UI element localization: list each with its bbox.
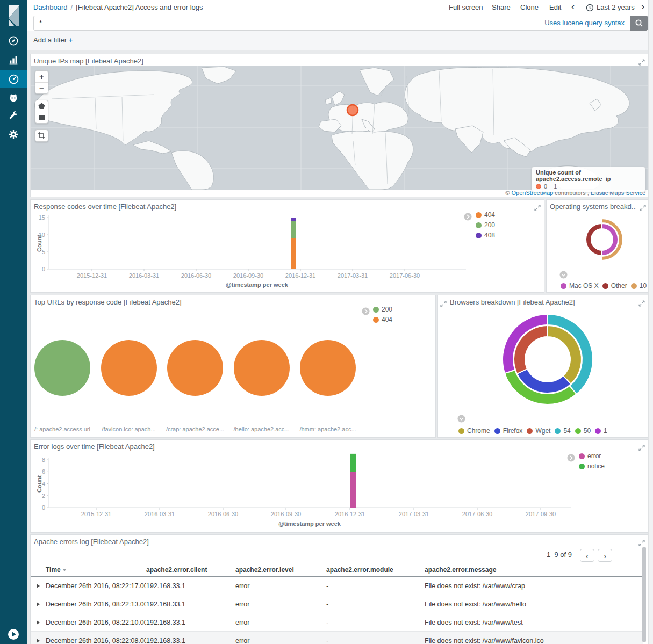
add-filter-button[interactable]: Add a filter + — [33, 36, 73, 44]
pie-hmm-apache2-acc[interactable] — [300, 340, 356, 396]
legend-item-404[interactable]: 404 — [373, 316, 392, 323]
time-range-label[interactable]: Last 2 years — [597, 3, 635, 11]
cell-module: - — [326, 600, 425, 608]
sidebar-item-visualize[interactable] — [0, 52, 27, 69]
legend-item-mac-os-x[interactable]: Mac OS X — [561, 282, 599, 290]
legend-item-200[interactable]: 200 — [373, 306, 392, 313]
legend-item-200[interactable]: 200 — [476, 221, 495, 229]
expand-row-caret[interactable] — [37, 620, 40, 625]
cell-message: File does not exist: /var/www/favicon.ic… — [425, 637, 643, 644]
bar-segment-404[interactable] — [291, 238, 296, 269]
bar-segment-notice[interactable] — [350, 454, 356, 472]
search-button[interactable] — [630, 16, 648, 31]
legend-item-10[interactable]: 10 — [631, 282, 647, 290]
bar-segment-408[interactable] — [291, 218, 296, 221]
time-forward-button[interactable]: › — [641, 1, 644, 12]
column-header-apache2-error-module[interactable]: apache2.error.module — [326, 566, 425, 574]
map-legend-range: 0 – 1 — [544, 183, 557, 190]
lucene-syntax-link[interactable]: Uses lucene query syntax — [544, 19, 625, 27]
sidebar — [0, 0, 27, 644]
legend-item-wget[interactable]: Wget — [527, 427, 550, 435]
pie-crap-apache2-acce[interactable] — [167, 340, 223, 396]
legend-item-error[interactable]: error — [579, 452, 605, 460]
cell-module: - — [326, 637, 425, 644]
map-marker-germany[interactable] — [347, 105, 358, 115]
column-header-apache2-error-message[interactable]: apache2.error.message — [425, 566, 643, 574]
legend-item-1[interactable]: 1 — [595, 427, 607, 435]
polygon-icon — [38, 103, 45, 110]
map-zoom-in-button[interactable]: + — [35, 71, 48, 82]
legend-dot — [555, 428, 561, 434]
expand-row-caret[interactable] — [37, 602, 40, 606]
legend-item-54[interactable]: 54 — [555, 427, 570, 435]
query-bar: * Uses lucene query syntax — [33, 16, 648, 31]
pie-apache2-access-url[interactable] — [34, 340, 90, 396]
x-tick: 2016-09-30 — [271, 511, 301, 517]
sidebar-collapse-button[interactable] — [0, 624, 27, 644]
sidebar-item-timelion[interactable] — [0, 89, 27, 106]
pagination-next-button[interactable]: › — [598, 549, 612, 562]
table-scrollbar-thumb[interactable] — [642, 547, 646, 642]
legend-item-chrome[interactable]: Chrome — [458, 427, 490, 435]
legend-item-notice[interactable]: notice — [579, 462, 605, 470]
column-header-time[interactable]: Time — [46, 566, 146, 574]
map-zoom-out-button[interactable]: − — [35, 82, 48, 93]
legend-toggle-icon[interactable] — [559, 271, 568, 281]
crop-icon — [38, 132, 45, 139]
breadcrumb-dashboard-link[interactable]: Dashboard — [33, 3, 68, 11]
x-tick: 2016-12-31 — [335, 511, 365, 517]
cell-message: File does not exist: /var/www/test — [425, 619, 643, 626]
legend-item-408[interactable]: 408 — [476, 231, 495, 239]
legend-dot — [373, 307, 379, 313]
expand-row-caret[interactable] — [37, 584, 40, 588]
legend-item-404[interactable]: 404 — [476, 211, 495, 219]
x-tick: 2016-06-30 — [181, 272, 211, 279]
legend-dot — [579, 453, 585, 459]
cell-module: - — [326, 619, 425, 626]
map-fit-bounds-button[interactable] — [35, 130, 48, 141]
bar-segment-200[interactable] — [291, 221, 296, 238]
search-input[interactable]: * — [39, 19, 42, 27]
kibana-logo[interactable] — [0, 0, 27, 30]
map-polygon-tool-button[interactable] — [35, 100, 48, 112]
pie-hello-apache2-acc[interactable] — [234, 340, 290, 396]
legend-item-other[interactable]: Other — [602, 282, 627, 290]
edit-button[interactable]: Edit — [549, 3, 561, 11]
map-rectangle-tool-button[interactable] — [35, 112, 48, 123]
bar-segment-error[interactable] — [350, 472, 356, 508]
sidebar-item-discover[interactable] — [0, 32, 27, 49]
column-header-apache2-error-level[interactable]: apache2.error.level — [235, 566, 326, 574]
expand-row-caret[interactable] — [37, 639, 40, 643]
share-button[interactable]: Share — [492, 3, 511, 11]
pagination-prev-button[interactable]: ‹ — [580, 549, 594, 562]
legend-toggle-icon[interactable] — [464, 213, 472, 223]
legend-toggle-icon[interactable] — [567, 454, 575, 464]
sidebar-item-dashboard[interactable] — [0, 70, 27, 88]
legend-item-50[interactable]: 50 — [575, 427, 591, 435]
pie-favicon-ico-apach[interactable] — [101, 340, 157, 396]
x-tick: 2017-09-30 — [526, 511, 556, 517]
legend-toggle-icon[interactable] — [362, 307, 370, 317]
donut-segment-other[interactable] — [586, 223, 602, 256]
legend-toggle-icon[interactable] — [457, 415, 465, 425]
clone-button[interactable]: Clone — [520, 3, 539, 11]
pie-label: /crap: apache2.acce... — [166, 426, 224, 432]
legend-item-firefox[interactable]: Firefox — [494, 427, 523, 435]
wrench-icon — [8, 111, 19, 121]
table-row: December 26th 2016, 08:22:10.000192.168.… — [31, 613, 643, 632]
error-logs-chart[interactable] — [31, 440, 648, 532]
column-header-apache2-error-client[interactable]: apache2.error.client — [146, 566, 235, 574]
sidebar-item-management[interactable] — [0, 126, 27, 143]
cell-level: error — [235, 619, 326, 626]
pie-label: /hmm: apache2.acc... — [299, 426, 356, 432]
page-scrollbar-track[interactable] — [648, 0, 653, 644]
panel-title: Apache errors log [Filebeat Apache2] — [34, 538, 149, 546]
full-screen-button[interactable]: Full screen — [449, 3, 483, 11]
compass-icon — [8, 35, 19, 46]
x-tick: 2016-03-31 — [145, 511, 175, 517]
sidebar-item-devtools[interactable] — [0, 107, 27, 125]
time-back-button[interactable]: ‹ — [571, 1, 575, 12]
browsers-donut-chart[interactable] — [438, 295, 648, 422]
panel-top-urls: Top URLs by response code [Filebeat Apac… — [30, 295, 436, 438]
y-tick: 10 — [39, 231, 45, 238]
